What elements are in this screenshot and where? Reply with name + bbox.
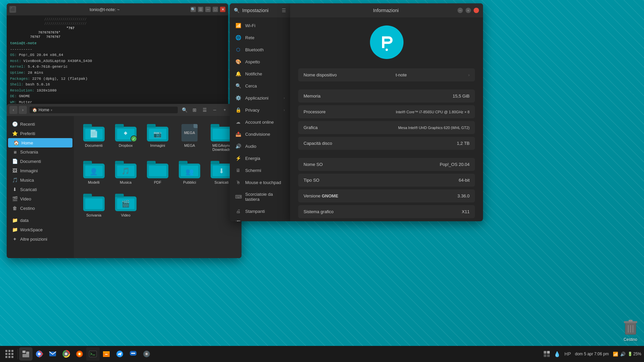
- tray-icon-2[interactable]: HP: [565, 351, 571, 357]
- fm-view-btn[interactable]: ⊞: [191, 106, 199, 114]
- settings-item-audio[interactable]: 🔊 Audio: [230, 140, 290, 152]
- device-name-label: Nome dispositivo: [304, 72, 337, 77]
- settings-item-cerca[interactable]: 🔍 Cerca: [230, 80, 290, 92]
- file-item-modelli[interactable]: 👤 Modelli: [79, 158, 108, 187]
- workspace-switcher[interactable]: [544, 351, 550, 357]
- taskbar-terminal-icon[interactable]: [86, 347, 100, 361]
- taskbar-archive-icon[interactable]: [100, 347, 113, 361]
- fm-menu-btn[interactable]: ☰: [201, 106, 209, 114]
- sidebar-item-altre[interactable]: + Altre posizioni: [7, 234, 74, 244]
- battery-percent: 25%: [633, 352, 641, 356]
- sidebar-item-recenti[interactable]: 🕐 Recenti: [7, 119, 74, 129]
- sidebar-item-label: Preferiti: [20, 131, 35, 136]
- sidebar-item-video[interactable]: 🎬 Video: [7, 194, 74, 203]
- terminal-minimize-btn[interactable]: ─: [205, 7, 211, 12]
- fm-minimize-btn[interactable]: ─: [211, 106, 219, 114]
- device-name-row[interactable]: Nome dispositivo t-note ›: [298, 68, 475, 81]
- svg-rect-19: [89, 351, 97, 357]
- settings-item-label: Mouse e touchpad: [245, 180, 281, 185]
- sidebar-item-preferiti[interactable]: ⭐ Preferiti: [7, 129, 74, 138]
- svg-rect-9: [22, 354, 29, 357]
- taskbar-chrome-icon[interactable]: [33, 347, 46, 361]
- settings-item-mouse[interactable]: 🖱 Mouse e touchpad: [230, 176, 290, 188]
- sidebar-item-workspace[interactable]: 📁 WorkSpace: [7, 225, 74, 234]
- svg-point-1: [385, 49, 388, 51]
- fm-home-icon: 🏠: [32, 108, 37, 112]
- settings-item-notifiche[interactable]: 🔔 Notifiche: [230, 68, 290, 80]
- settings-item-aspetto[interactable]: 🎨 Aspetto: [230, 56, 290, 68]
- taskbar-settings-icon[interactable]: [140, 347, 153, 361]
- settings-item-stampanti[interactable]: 🖨 Stampanti: [230, 205, 290, 217]
- fm-back-btn[interactable]: ‹: [9, 106, 17, 114]
- taskbar-telegram-icon[interactable]: [113, 347, 126, 361]
- info-minimize-btn[interactable]: ─: [458, 8, 463, 13]
- settings-item-rete[interactable]: 🌐 Rete: [230, 32, 290, 44]
- sidebar-item-musica[interactable]: 🎵 Musica: [7, 175, 74, 185]
- file-item-dropbox[interactable]: ◆ ✓ Dropbox: [111, 121, 140, 154]
- file-item-pubblici[interactable]: 👥 Pubblici: [175, 158, 204, 187]
- terminal-search-btn[interactable]: 🔍: [191, 7, 196, 12]
- terminal-maximize-btn[interactable]: □: [213, 7, 218, 12]
- settings-item-wifi[interactable]: 📶 Wi-Fi: [230, 19, 290, 32]
- taskbar-mail-icon[interactable]: [46, 347, 59, 361]
- settings-item-bluetooth[interactable]: ⬡ Bluetooth: [230, 44, 290, 56]
- svg-rect-8: [22, 351, 25, 353]
- battery-indicator[interactable]: 🔋 25%: [628, 352, 641, 356]
- sidebar-item-cestino[interactable]: 🗑 Cestino: [7, 203, 74, 213]
- file-item-immagini[interactable]: 📷 Immagini: [143, 121, 172, 154]
- settings-menu-icon[interactable]: ☰: [282, 8, 286, 13]
- file-item-label: Musica: [120, 180, 131, 184]
- sidebar-item-scaricati[interactable]: ⬇ Scaricati: [7, 185, 74, 194]
- fm-path-bar[interactable]: 🏠 Home ▾: [30, 107, 178, 113]
- settings-item-label: Condivisione: [245, 132, 270, 137]
- settings-item-applicazioni[interactable]: ⚙️ Applicazioni ›: [230, 92, 290, 104]
- file-item-video[interactable]: 🎬 Video: [111, 191, 140, 220]
- settings-item-schermi[interactable]: 🖥 Schermi: [230, 164, 290, 176]
- file-item-musica[interactable]: 🎵 Musica: [111, 158, 140, 187]
- settings-item-dispositivi[interactable]: 💾 Dispositivi rimovibili: [230, 217, 290, 221]
- file-item-documenti[interactable]: 📄 Documenti: [79, 121, 108, 154]
- network-status-icon[interactable]: 📶: [613, 352, 618, 357]
- taskbar-chromium-icon[interactable]: [59, 347, 73, 361]
- sidebar-item-scrivania[interactable]: 🖥 Scrivania: [7, 147, 74, 157]
- file-item-scrivania[interactable]: Scrivania: [79, 191, 108, 220]
- fm-forward-btn[interactable]: ›: [19, 106, 27, 114]
- fm-sidebar: 🕐 Recenti ⭐ Preferiti 🏠 Home 🖥 Scrivania…: [7, 116, 74, 258]
- info-maximize-btn[interactable]: +: [466, 8, 471, 13]
- fm-maximize-btn[interactable]: +: [221, 106, 229, 114]
- data-icon: 📁: [12, 218, 17, 223]
- file-item-mega[interactable]: MEGA MEGA: [175, 121, 204, 154]
- taskbar-firefox-icon[interactable]: [73, 347, 86, 361]
- settings-item-energia[interactable]: ⚡ Energia: [230, 152, 290, 164]
- taskbar-caprine-icon[interactable]: [126, 347, 140, 361]
- info-close-btn[interactable]: [474, 8, 479, 13]
- settings-item-account-online[interactable]: ☁ Account online: [230, 116, 290, 128]
- sidebar-item-immagini[interactable]: 🖼 Immagini: [7, 166, 74, 175]
- file-item-pdf[interactable]: PDF: [143, 158, 172, 187]
- taskbar-datetime[interactable]: dom 5 apr 7:06 pm: [575, 352, 609, 356]
- tray-icon-1[interactable]: 💧: [554, 351, 560, 357]
- info-processore-row: Processore Intel® Core™ i7-8565U CPU @ 1…: [298, 105, 475, 118]
- terminal-close-btn[interactable]: ✕: [220, 7, 225, 12]
- taskbar-apps-btn[interactable]: [3, 347, 16, 361]
- filemanager-window: ‹ › 🏠 Home ▾ 🔍 ⊞ ☰ ─ + ✕ 🕐 Recenti: [7, 104, 241, 258]
- settings-item-label: Stampanti: [245, 209, 265, 214]
- svg-rect-4: [629, 320, 633, 322]
- sidebar-item-home[interactable]: 🏠 Home: [8, 138, 72, 147]
- taskbar-files-icon[interactable]: [19, 347, 33, 361]
- applicazioni-arrow: ›: [284, 96, 285, 100]
- settings-item-privacy[interactable]: 🔒 Privacy ›: [230, 104, 290, 116]
- fm-search-btn[interactable]: 🔍: [180, 106, 189, 114]
- immagini-icon: 🖼: [12, 168, 17, 173]
- settings-item-scorciatoie[interactable]: ⌨ Scorciatoie da tastiera: [230, 188, 290, 205]
- settings-item-label: Wi-Fi: [245, 23, 255, 28]
- terminal-menu-btn[interactable]: ☰: [198, 7, 203, 12]
- sidebar-item-data[interactable]: 📁 data: [7, 216, 74, 225]
- sidebar-item-documenti[interactable]: 📄 Documenti: [7, 157, 74, 166]
- trash-desktop-icon[interactable]: Cestino: [624, 320, 637, 342]
- volume-icon[interactable]: 🔊: [620, 352, 626, 357]
- settings-item-condivisione[interactable]: 📤 Condivisione: [230, 128, 290, 140]
- file-item-label: Scaricati: [214, 180, 228, 184]
- fm-path-label: Home: [39, 108, 49, 112]
- privacy-icon: 🔒: [235, 107, 241, 113]
